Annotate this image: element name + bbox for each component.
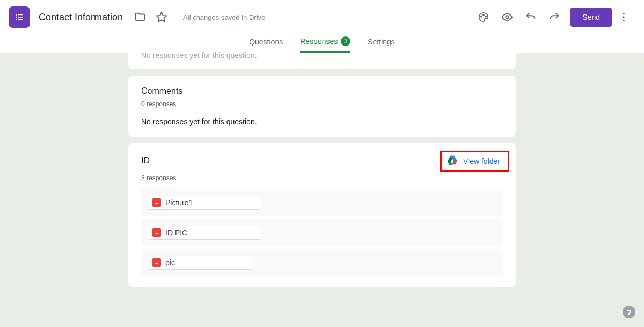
customize-theme-icon[interactable] xyxy=(473,6,494,28)
responses-content: No responses yet for this question. Comm… xyxy=(128,53,516,287)
file-response-row: pic xyxy=(141,249,503,276)
no-responses-text: No responses yet for this question. xyxy=(141,51,503,60)
svg-point-8 xyxy=(483,14,484,16)
forms-logo[interactable] xyxy=(9,6,30,28)
file-chip[interactable]: pic xyxy=(149,256,253,270)
question-card-partial: No responses yet for this question. xyxy=(128,53,516,69)
header-top-row: Contact Information All changes saved in… xyxy=(0,0,644,34)
help-button[interactable]: ? xyxy=(623,306,635,318)
svg-rect-0 xyxy=(16,14,17,16)
svg-marker-6 xyxy=(157,12,166,21)
id-card: ID View folder 3 responses Picture1 xyxy=(128,143,516,287)
star-icon[interactable] xyxy=(151,6,172,28)
image-file-icon xyxy=(152,258,161,267)
responses-count-label: 3 responses xyxy=(141,174,503,182)
svg-point-11 xyxy=(623,13,624,14)
app-header: Contact Information All changes saved in… xyxy=(0,0,644,53)
tab-responses-label: Responses xyxy=(300,37,338,46)
file-name: Picture1 xyxy=(165,198,193,207)
svg-point-9 xyxy=(485,16,486,17)
file-chip[interactable]: Picture1 xyxy=(149,196,261,210)
file-chip[interactable]: ID PIC xyxy=(149,226,261,240)
form-title[interactable]: Contact Information xyxy=(39,12,123,23)
file-response-row: Picture1 xyxy=(141,189,503,216)
question-title: Comments xyxy=(141,86,503,96)
redo-icon[interactable] xyxy=(544,6,565,28)
send-button[interactable]: Send xyxy=(570,8,612,27)
move-to-folder-icon[interactable] xyxy=(129,6,151,28)
svg-rect-1 xyxy=(18,14,23,16)
question-title: ID xyxy=(141,156,150,166)
undo-icon[interactable] xyxy=(520,6,541,28)
svg-rect-2 xyxy=(16,17,17,18)
file-name: pic xyxy=(165,258,175,267)
view-folder-label: View folder xyxy=(463,157,500,166)
responses-count-badge: 3 xyxy=(341,36,350,46)
svg-rect-4 xyxy=(16,19,17,20)
svg-point-10 xyxy=(506,16,509,19)
svg-point-12 xyxy=(623,16,624,18)
save-status: All changes saved in Drive xyxy=(183,13,265,21)
preview-icon[interactable] xyxy=(496,6,518,28)
no-responses-text: No responses yet for this question. xyxy=(141,117,503,126)
more-options-icon[interactable] xyxy=(613,6,634,28)
file-name: ID PIC xyxy=(165,228,187,237)
file-response-row: ID PIC xyxy=(141,219,503,246)
view-folder-button[interactable]: View folder xyxy=(440,151,509,172)
image-file-icon xyxy=(152,228,161,237)
svg-point-7 xyxy=(481,16,482,17)
svg-rect-5 xyxy=(18,19,23,20)
svg-rect-3 xyxy=(18,17,23,18)
svg-point-13 xyxy=(623,20,624,21)
comments-card: Comments 0 responses No responses yet fo… xyxy=(128,76,516,137)
drive-icon xyxy=(447,155,458,167)
responses-count-label: 0 responses xyxy=(141,100,503,108)
image-file-icon xyxy=(152,198,161,207)
tabs-bar: Questions Responses 3 Settings xyxy=(0,34,644,53)
